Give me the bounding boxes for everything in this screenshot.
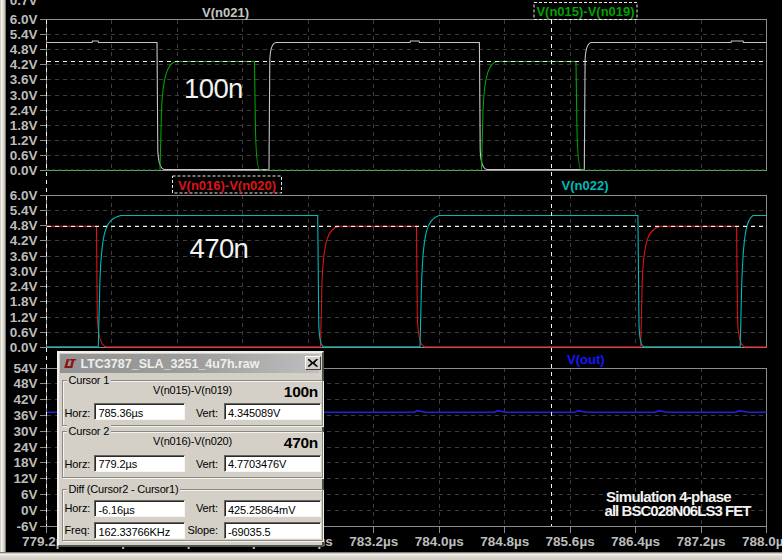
svg-text:2.4V: 2.4V xyxy=(10,103,38,118)
svg-text:786.4µs: 786.4µs xyxy=(611,534,660,549)
svg-text:788.0µs: 788.0µs xyxy=(742,534,782,549)
svg-text:1.8V: 1.8V xyxy=(10,294,38,309)
svg-text:30V: 30V xyxy=(13,424,37,439)
svg-text:470n: 470n xyxy=(190,233,249,264)
svg-text:48V: 48V xyxy=(13,376,37,391)
svg-text:785.6µs: 785.6µs xyxy=(546,534,595,549)
svg-text:-6V: -6V xyxy=(16,519,37,534)
svg-text:V(out): V(out) xyxy=(567,352,605,367)
svg-text:54V: 54V xyxy=(13,361,37,376)
svg-text:783.2µs: 783.2µs xyxy=(349,534,398,549)
svg-text:3.6V: 3.6V xyxy=(10,72,38,87)
svg-text:2.4V: 2.4V xyxy=(10,279,38,294)
svg-text:0.6V: 0.6V xyxy=(10,148,38,163)
svg-text:0.0V: 0.0V xyxy=(10,163,38,178)
svg-text:12V: 12V xyxy=(13,471,37,486)
svg-text:3.0V: 3.0V xyxy=(10,264,38,279)
svg-text:4.2V: 4.2V xyxy=(10,57,38,72)
svg-text:42V: 42V xyxy=(13,392,37,407)
svg-text:6V: 6V xyxy=(21,487,38,502)
svg-text:5.4V: 5.4V xyxy=(10,203,38,218)
svg-text:V(n022): V(n022) xyxy=(562,178,609,193)
svg-text:0.6V: 0.6V xyxy=(10,325,38,340)
svg-text:6.0V: 6.0V xyxy=(10,188,38,203)
svg-text:V(n015)-V(n019): V(n015)-V(n019) xyxy=(536,4,634,19)
svg-text:0.7V: 0.7V xyxy=(10,0,38,8)
svg-text:36V: 36V xyxy=(13,408,37,423)
svg-text:4.2V: 4.2V xyxy=(10,233,38,248)
svg-text:4.8V: 4.8V xyxy=(10,42,38,57)
svg-text:3.6V: 3.6V xyxy=(10,249,38,264)
svg-text:6.0V: 6.0V xyxy=(10,12,38,27)
svg-text:V(n021): V(n021) xyxy=(202,5,249,20)
svg-text:1.8V: 1.8V xyxy=(10,118,38,133)
svg-text:784.8µs: 784.8µs xyxy=(480,534,529,549)
svg-text:18V: 18V xyxy=(13,455,37,470)
svg-text:4.8V: 4.8V xyxy=(10,218,38,233)
svg-text:1.2V: 1.2V xyxy=(10,133,38,148)
svg-text:0.0V: 0.0V xyxy=(10,340,38,355)
svg-text:V(n016)-V(n020): V(n016)-V(n020) xyxy=(178,178,276,193)
svg-text:0V: 0V xyxy=(21,503,38,518)
svg-text:5.4V: 5.4V xyxy=(10,27,38,42)
svg-text:100n: 100n xyxy=(184,73,243,104)
svg-text:787.2µs: 787.2µs xyxy=(677,534,726,549)
svg-text:3.0V: 3.0V xyxy=(10,88,38,103)
svg-text:24V: 24V xyxy=(13,440,37,455)
svg-text:all BSC028N06LS3 FET: all BSC028N06LS3 FET xyxy=(605,502,752,519)
svg-text:1.2V: 1.2V xyxy=(10,310,38,325)
svg-text:784.0µs: 784.0µs xyxy=(415,534,464,549)
